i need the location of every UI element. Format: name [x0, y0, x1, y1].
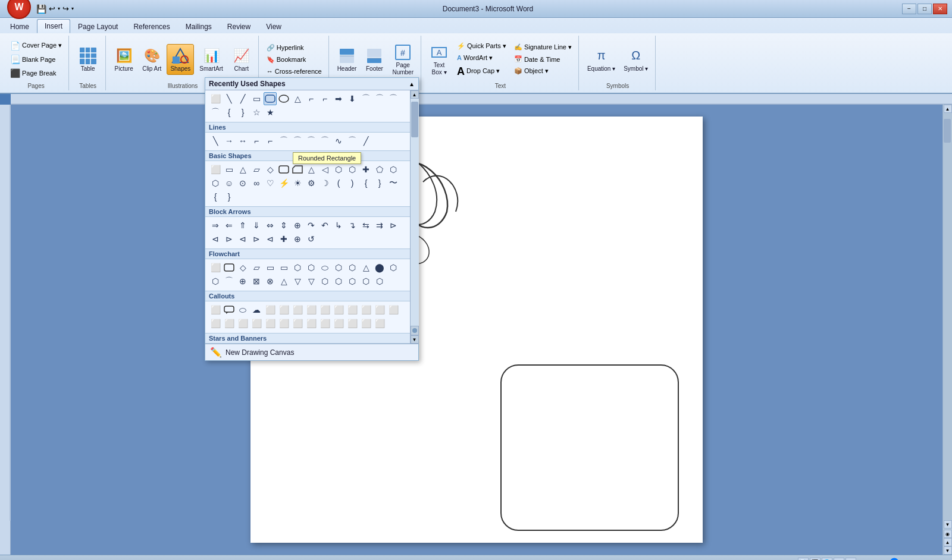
bs-pentagon[interactable]: ⬠ — [373, 163, 386, 176]
co-accent1[interactable]: ⬜ — [346, 303, 359, 316]
bs-parallelogram[interactable]: ▱ — [250, 163, 263, 176]
tab-insert[interactable]: Insert — [37, 19, 70, 33]
ba-curved-r[interactable]: ↷ — [305, 219, 318, 232]
tab-page-layout[interactable]: Page Layout — [70, 20, 126, 33]
co-r1[interactable]: ⬜ — [264, 317, 277, 330]
ba-strip-r[interactable]: ⇉ — [373, 219, 386, 232]
bs-rtriangle[interactable]: ◁ — [318, 163, 331, 176]
co-r5[interactable]: ⬜ — [318, 317, 331, 330]
full-screen-view[interactable]: ⬛ — [810, 558, 821, 560]
equation-button[interactable]: π Equation ▾ — [584, 44, 619, 75]
co-bent[interactable]: ⬜ — [291, 303, 304, 316]
bs-cube[interactable]: ⬡ — [387, 163, 400, 176]
bs-diamond[interactable]: ◇ — [264, 163, 277, 176]
hyperlink-button[interactable]: 🔗 Hyperlink — [264, 42, 325, 54]
ba-up[interactable]: ⇑ — [236, 219, 249, 232]
ba-down[interactable]: ⇓ — [250, 219, 263, 232]
dropdown-close[interactable]: ▲ — [409, 81, 415, 87]
co-cloud[interactable]: ☁ — [250, 303, 263, 316]
chart-button[interactable]: 📈 Chart — [228, 44, 255, 75]
ba-curved-l[interactable]: ↶ — [318, 219, 331, 232]
shape-triangle[interactable]: △ — [291, 92, 304, 105]
print-layout-view[interactable]: 📄 — [798, 558, 809, 560]
ba-circular[interactable]: ↺ — [305, 232, 318, 246]
bs-donut[interactable]: ⊙ — [236, 177, 249, 190]
tab-view[interactable]: View — [258, 20, 289, 33]
bs-cross[interactable]: ✚ — [359, 163, 372, 176]
cover-page-button[interactable]: 📄 Cover Page ▾ — [7, 39, 65, 52]
header-button[interactable]: Header — [334, 44, 361, 75]
bs-cylinder[interactable]: ⬡ — [209, 177, 222, 190]
co-accent5[interactable]: ⬜ — [209, 317, 222, 330]
bs-snip-rect[interactable] — [291, 163, 304, 176]
tab-home[interactable]: Home — [2, 20, 37, 33]
shape-doc[interactable]: ⬜ — [209, 92, 222, 105]
shape-bent-arrow[interactable]: ⌐ — [318, 92, 331, 105]
ba-notched[interactable]: ⊳ — [250, 232, 263, 246]
shape-callout2[interactable]: ⌒ — [373, 92, 386, 105]
line-straight[interactable]: ╲ — [209, 134, 222, 147]
smartart-button[interactable]: 📊 SmartArt — [196, 44, 226, 75]
shape-star4[interactable]: ☆ — [250, 106, 263, 119]
bs-sun[interactable]: ☀ — [291, 177, 304, 190]
minimize-button[interactable]: − — [902, 4, 916, 14]
shape-brace-open[interactable]: { — [223, 106, 236, 119]
fc-connector[interactable]: ⬤ — [373, 261, 386, 274]
line-curved3[interactable]: ⌒ — [318, 134, 331, 147]
ba-elbow-d[interactable]: ↴ — [346, 219, 359, 232]
ba-quad[interactable]: ⊕ — [291, 219, 304, 232]
scroll-down-button[interactable]: ▼ — [944, 520, 952, 528]
line-curved2[interactable]: ⌒ — [305, 134, 318, 147]
outline-view[interactable]: ☰ — [834, 558, 844, 560]
line-scribble[interactable]: ∿ — [332, 134, 345, 147]
ba-right[interactable]: ⇒ — [209, 219, 222, 232]
fc-manual-input[interactable]: ⬡ — [346, 261, 359, 274]
fc-display[interactable]: ⬡ — [373, 275, 386, 288]
fc-predefined[interactable]: ▭ — [264, 261, 277, 274]
draft-view[interactable]: ≡ — [845, 558, 856, 560]
shape-line2[interactable]: ╱ — [236, 92, 249, 105]
dropdown-scroll-up[interactable]: ▲ — [411, 90, 419, 99]
scroll-thumb[interactable] — [944, 119, 951, 143]
page-number-button[interactable]: # PageNumber — [389, 40, 417, 78]
fc-internal-storage[interactable]: ▭ — [277, 261, 290, 274]
prev-page-button[interactable]: ▲ — [944, 538, 952, 546]
fc-sequential[interactable]: ⬡ — [346, 275, 359, 288]
co-rounded[interactable] — [223, 303, 236, 316]
shape-star5[interactable]: ★ — [264, 106, 277, 119]
co-r9[interactable]: ⬜ — [373, 317, 386, 330]
shape-brace-close[interactable]: } — [236, 106, 249, 119]
quick-parts-button[interactable]: ⚡ Quick Parts ▾ — [454, 40, 509, 52]
bs-rect2[interactable]: ▭ — [223, 163, 236, 176]
object-button[interactable]: 📦 Object ▾ — [511, 65, 575, 77]
fc-collate[interactable]: ⊗ — [264, 275, 277, 288]
line-double-arrow[interactable]: ↔ — [236, 134, 249, 147]
bs-dbrace-l[interactable]: { — [209, 190, 222, 203]
shape-right-tri[interactable]: ⌐ — [305, 92, 318, 105]
fc-document[interactable]: ⬡ — [291, 261, 304, 274]
web-layout-view[interactable]: 🌐 — [822, 558, 832, 560]
ba-chevron-r[interactable]: ⊳ — [387, 219, 400, 232]
co-accent6[interactable]: ⬜ — [223, 317, 236, 330]
new-drawing-canvas-button[interactable]: ✏️ New Drawing Canvas — [205, 344, 418, 360]
maximize-button[interactable]: □ — [917, 4, 932, 14]
fc-process[interactable]: ⬜ — [209, 261, 222, 274]
co-accent2[interactable]: ⬜ — [359, 303, 372, 316]
tab-review[interactable]: Review — [220, 20, 258, 33]
fc-magnetic-disk[interactable]: ⬡ — [359, 275, 372, 288]
co-bent4[interactable]: ⬜ — [332, 303, 345, 316]
ba-pentagon-l[interactable]: ⊲ — [236, 232, 249, 246]
bs-brace-l[interactable]: { — [359, 177, 372, 190]
date-time-button[interactable]: 📅 Date & Time — [511, 54, 575, 65]
signature-line-button[interactable]: ✍ Signature Line ▾ — [511, 42, 575, 53]
co-accent3[interactable]: ⬜ — [373, 303, 386, 316]
co-r8[interactable]: ⬜ — [359, 317, 372, 330]
co-accent7[interactable]: ⬜ — [236, 317, 249, 330]
bs-bracket-l[interactable]: ( — [332, 177, 345, 190]
office-button[interactable]: W — [7, 0, 31, 19]
bs-noentry[interactable]: ∞ — [250, 177, 263, 190]
zoom-slider[interactable] — [882, 558, 930, 560]
co-accent4[interactable]: ⬜ — [387, 303, 400, 316]
symbol-button[interactable]: Ω Symbol ▾ — [620, 44, 652, 75]
ba-chevron-l[interactable]: ⊲ — [209, 232, 222, 246]
